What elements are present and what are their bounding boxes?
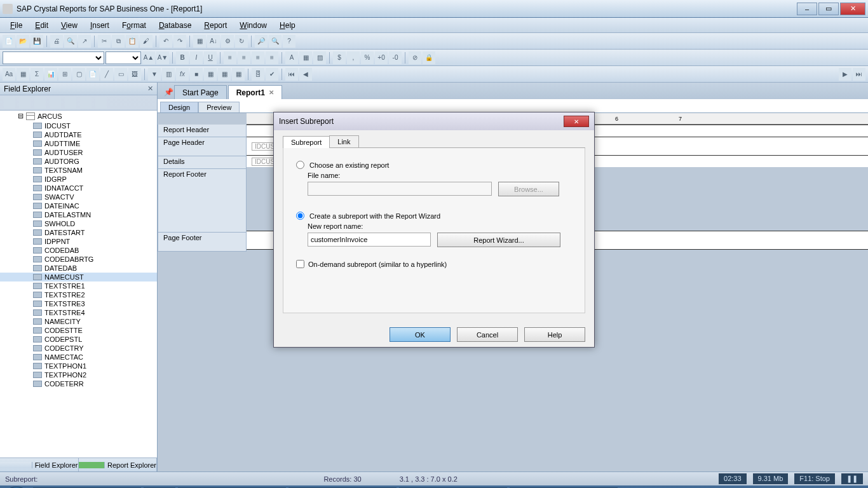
subtab-design[interactable]: Design bbox=[160, 102, 198, 112]
copy-icon[interactable]: ⧉ bbox=[112, 35, 125, 48]
tree-field-textstre3[interactable]: TEXTSTRE3 bbox=[0, 299, 157, 308]
preview-icon[interactable]: 🔍 bbox=[64, 35, 77, 48]
status-f11[interactable]: F11: Stop bbox=[794, 473, 835, 484]
highlight-icon[interactable]: ■ bbox=[190, 68, 203, 81]
fontsize-combo[interactable] bbox=[105, 51, 141, 64]
close-button[interactable]: ✕ bbox=[840, 3, 865, 15]
tree-field-codedabrtg[interactable]: CODEDABRTG bbox=[0, 255, 157, 264]
field-tree[interactable]: ⊟ ARCUS IDCUSTAUDTDATEAUDTTIMEAUDTUSERAU… bbox=[0, 111, 157, 458]
ops3-icon[interactable]: ▦ bbox=[232, 68, 245, 81]
report-wizard-button[interactable]: Report Wizard... bbox=[437, 233, 560, 247]
text-icon[interactable]: Aa bbox=[3, 68, 15, 81]
tree-field-datelastmn[interactable]: DATELASTMN bbox=[0, 210, 157, 219]
tree-field-codectry[interactable]: CODECTRY bbox=[0, 344, 157, 353]
subtab-preview[interactable]: Preview bbox=[198, 102, 240, 112]
tree-field-codestte[interactable]: CODESTTE bbox=[0, 326, 157, 335]
save-icon[interactable]: 💾 bbox=[31, 35, 43, 48]
tree-field-idnatacct[interactable]: IDNATACCT bbox=[0, 184, 157, 193]
cancel-button[interactable]: Cancel bbox=[457, 327, 518, 342]
align-left-icon[interactable]: ≡ bbox=[224, 51, 236, 64]
thousand-icon[interactable]: , bbox=[347, 51, 360, 64]
sb-btn-1[interactable] bbox=[4, 97, 15, 109]
currency-icon[interactable]: $ bbox=[333, 51, 346, 64]
dec-dec-icon[interactable]: -0 bbox=[389, 51, 402, 64]
sum-icon[interactable]: Σ bbox=[31, 68, 43, 81]
tree-field-idcust[interactable]: IDCUST bbox=[0, 121, 157, 130]
nav-prev-icon[interactable]: ◀ bbox=[299, 68, 312, 81]
paste-icon[interactable]: 📋 bbox=[126, 35, 139, 48]
help-icon[interactable]: ? bbox=[283, 35, 295, 48]
menu-file[interactable]: File bbox=[4, 19, 29, 32]
tree-field-namecust[interactable]: NAMECUST bbox=[0, 273, 157, 281]
tab-start-page[interactable]: Start Page bbox=[174, 85, 227, 99]
align-center-icon[interactable]: ≡ bbox=[238, 51, 250, 64]
section-report-header[interactable]: Report Header bbox=[158, 125, 247, 137]
radio-wizard[interactable] bbox=[296, 212, 304, 220]
menu-window[interactable]: Window bbox=[233, 19, 273, 32]
sort-icon[interactable]: A↓ bbox=[207, 35, 220, 48]
borders-icon[interactable]: ▦ bbox=[299, 51, 312, 64]
tree-field-datedab[interactable]: DATEDAB bbox=[0, 264, 157, 273]
undo-icon[interactable]: ↶ bbox=[159, 35, 172, 48]
sb-btn-3[interactable] bbox=[34, 97, 46, 109]
chart-icon[interactable]: 📊 bbox=[44, 68, 57, 81]
lock-icon[interactable]: 🔒 bbox=[423, 51, 435, 64]
box-icon[interactable]: ▭ bbox=[114, 68, 127, 81]
section-details[interactable]: Details bbox=[158, 156, 247, 169]
select-expert-icon[interactable]: ▼ bbox=[148, 68, 161, 81]
underline-icon[interactable]: U bbox=[204, 51, 217, 64]
zoom-icon[interactable]: 🔎 bbox=[255, 35, 268, 48]
menu-view[interactable]: View bbox=[55, 19, 84, 32]
verify-icon[interactable]: ✔ bbox=[266, 68, 278, 81]
tree-field-datestart[interactable]: DATESTART bbox=[0, 228, 157, 237]
sb-btn-6[interactable] bbox=[80, 97, 92, 109]
fill-icon[interactable]: ▨ bbox=[313, 51, 326, 64]
new-icon[interactable]: 📄 bbox=[3, 35, 15, 48]
tree-field-audttime[interactable]: AUDTTIME bbox=[0, 139, 157, 148]
ok-button[interactable]: OK bbox=[390, 327, 451, 342]
minimize-button[interactable]: – bbox=[797, 3, 817, 15]
tab-report-explorer[interactable]: Report Explorer bbox=[79, 458, 158, 471]
tree-field-audtdate[interactable]: AUDTDATE bbox=[0, 130, 157, 139]
increase-font-icon[interactable]: A▲ bbox=[142, 51, 155, 64]
status-pause-icon[interactable]: ❚❚ bbox=[841, 473, 863, 484]
group2-icon[interactable]: ▦ bbox=[17, 68, 29, 81]
find-icon[interactable]: 🔍 bbox=[269, 35, 281, 48]
bold-icon[interactable]: B bbox=[176, 51, 189, 64]
tree-field-swactv[interactable]: SWACTV bbox=[0, 193, 157, 201]
ops1-icon[interactable]: ▦ bbox=[204, 68, 217, 81]
nav-first-icon[interactable]: ⏮ bbox=[285, 68, 298, 81]
menu-insert[interactable]: Insert bbox=[84, 19, 116, 32]
menu-format[interactable]: Format bbox=[116, 19, 153, 32]
inc-dec-icon[interactable]: +0 bbox=[375, 51, 388, 64]
sidebar-close-icon[interactable]: ✕ bbox=[147, 85, 153, 93]
db-icon[interactable]: 🗄 bbox=[252, 68, 264, 81]
maximize-button[interactable]: ▭ bbox=[818, 3, 839, 15]
pic-icon[interactable]: 🖼 bbox=[128, 68, 141, 81]
menu-database[interactable]: Database bbox=[153, 19, 198, 32]
sb-btn-2[interactable] bbox=[19, 97, 31, 109]
group-icon[interactable]: ▦ bbox=[193, 35, 206, 48]
radio-existing[interactable] bbox=[296, 161, 304, 169]
refresh-icon[interactable]: ↻ bbox=[235, 35, 248, 48]
tree-field-textstre4[interactable]: TEXTSTRE4 bbox=[0, 308, 157, 317]
tree-field-idgrp[interactable]: IDGRP bbox=[0, 175, 157, 184]
sb-btn-7[interactable] bbox=[95, 97, 107, 109]
formula-icon[interactable]: fx bbox=[176, 68, 189, 81]
section-expert-icon[interactable]: ▥ bbox=[162, 68, 175, 81]
tree-field-textstre1[interactable]: TEXTSTRE1 bbox=[0, 281, 157, 290]
ops2-icon[interactable]: ▦ bbox=[218, 68, 231, 81]
tree-field-namecity[interactable]: NAMECITY bbox=[0, 317, 157, 326]
dialog-tab-subreport[interactable]: Subreport bbox=[283, 136, 330, 148]
font-combo[interactable] bbox=[3, 51, 104, 64]
font-color-icon[interactable]: A bbox=[285, 51, 298, 64]
section-page-footer[interactable]: Page Footer bbox=[158, 233, 247, 252]
pin-icon[interactable]: 📌 bbox=[163, 85, 174, 99]
tree-field-codedab[interactable]: CODEDAB bbox=[0, 246, 157, 255]
section-page-header[interactable]: Page Header bbox=[158, 137, 247, 156]
tree-field-swhold[interactable]: SWHOLD bbox=[0, 219, 157, 228]
dialog-tab-link[interactable]: Link bbox=[329, 135, 358, 147]
crosstab-icon[interactable]: ⊞ bbox=[58, 68, 71, 81]
section-report-footer[interactable]: Report Footer bbox=[158, 169, 247, 233]
menu-edit[interactable]: Edit bbox=[29, 19, 55, 32]
